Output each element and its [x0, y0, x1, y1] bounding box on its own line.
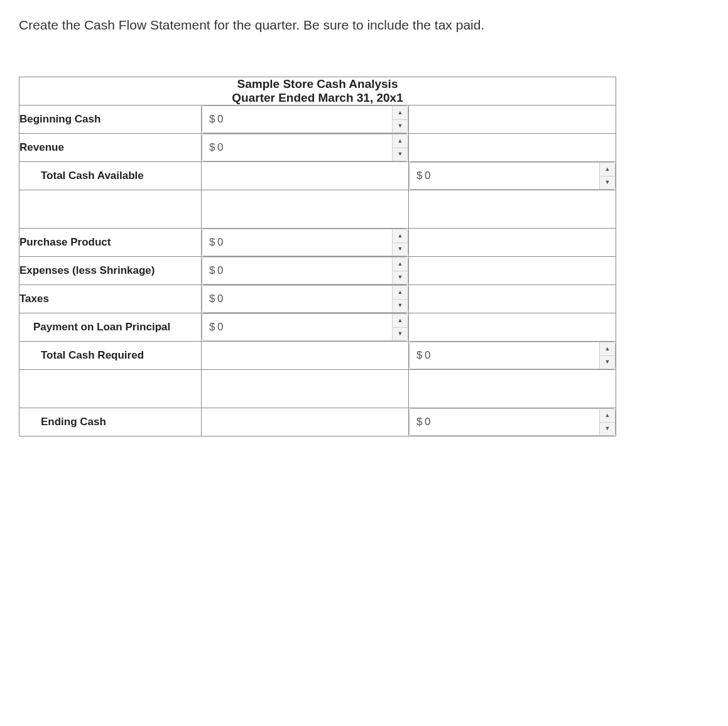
spinner-down-icon[interactable]: ▼ — [600, 356, 615, 369]
spinner-up-icon[interactable]: ▲ — [393, 229, 408, 243]
row-total-cash-available: Total Cash Available $ ▲ ▼ — [19, 162, 616, 190]
row-purchase-product: Purchase Product $ ▲ ▼ — [19, 229, 616, 257]
row-expenses: Expenses (less Shrinkage) $ ▲ ▼ — [19, 257, 616, 285]
input-revenue-wrap: $ ▲ ▼ — [202, 134, 408, 161]
row-ending-cash: Ending Cash $ ▲ ▼ — [19, 408, 616, 436]
input-taxes[interactable] — [202, 285, 408, 313]
input-total-cash-required[interactable] — [409, 342, 616, 369]
label-total-cash-required: Total Cash Required — [19, 342, 202, 370]
row-payment-loan-principal: Payment on Loan Principal $ ▲ ▼ — [19, 313, 616, 342]
spinner-up-icon[interactable]: ▲ — [393, 286, 408, 300]
table-subtitle: Quarter Ended March 31, 20x1 — [19, 91, 616, 106]
spinner-up-icon[interactable]: ▲ — [393, 314, 408, 328]
spinner-total-cash-required: ▲ ▼ — [599, 342, 615, 369]
spinner-revenue: ▲ ▼ — [392, 134, 408, 161]
spinner-up-icon[interactable]: ▲ — [393, 257, 408, 271]
spinner-down-icon[interactable]: ▼ — [393, 300, 408, 313]
input-purchase-product-wrap: $ ▲ ▼ — [202, 229, 408, 256]
spinner-down-icon[interactable]: ▼ — [600, 176, 615, 190]
spinner-payment-loan-principal: ▲ ▼ — [392, 314, 408, 340]
label-expenses: Expenses (less Shrinkage) — [19, 257, 202, 285]
row-total-cash-required: Total Cash Required $ ▲ ▼ — [19, 342, 616, 370]
label-ending-cash: Ending Cash — [19, 408, 202, 436]
spinner-up-icon[interactable]: ▲ — [600, 163, 615, 176]
spinner-taxes: ▲ ▼ — [392, 286, 408, 312]
input-beginning-cash[interactable] — [202, 106, 408, 133]
input-expenses-wrap: $ ▲ ▼ — [202, 257, 408, 284]
spinner-down-icon[interactable]: ▼ — [600, 423, 615, 436]
spinner-ending-cash: ▲ ▼ — [599, 409, 615, 435]
label-beginning-cash: Beginning Cash — [19, 106, 202, 134]
spinner-purchase-product: ▲ ▼ — [392, 229, 408, 256]
instruction-text: Create the Cash Flow Statement for the q… — [19, 18, 709, 33]
spinner-up-icon[interactable]: ▲ — [600, 342, 615, 356]
spinner-down-icon[interactable]: ▼ — [393, 328, 408, 341]
input-total-cash-available-wrap: $ ▲ ▼ — [409, 162, 616, 190]
input-expenses[interactable] — [202, 257, 408, 284]
row-revenue: Revenue $ ▲ ▼ — [19, 134, 616, 162]
input-revenue[interactable] — [202, 134, 408, 161]
row-spacer-2 — [19, 370, 616, 408]
spinner-expenses: ▲ ▼ — [392, 257, 408, 284]
spinner-down-icon[interactable]: ▼ — [393, 243, 408, 256]
row-beginning-cash: Beginning Cash $ ▲ ▼ — [19, 106, 616, 134]
label-revenue: Revenue — [19, 134, 202, 162]
input-ending-cash-wrap: $ ▲ ▼ — [409, 408, 616, 436]
spinner-down-icon[interactable]: ▼ — [393, 271, 408, 284]
table-title: Sample Store Cash Analysis — [19, 77, 616, 92]
label-payment-loan-principal: Payment on Loan Principal — [19, 313, 202, 342]
input-payment-loan-principal-wrap: $ ▲ ▼ — [202, 313, 408, 341]
input-payment-loan-principal[interactable] — [202, 313, 408, 341]
input-ending-cash[interactable] — [409, 408, 616, 436]
spinner-up-icon[interactable]: ▲ — [393, 134, 408, 148]
spinner-down-icon[interactable]: ▼ — [393, 148, 408, 161]
row-taxes: Taxes $ ▲ ▼ — [19, 285, 616, 313]
spinner-beginning-cash: ▲ ▼ — [392, 106, 408, 133]
spinner-up-icon[interactable]: ▲ — [393, 106, 408, 120]
spinner-down-icon[interactable]: ▼ — [393, 120, 408, 133]
label-purchase-product: Purchase Product — [19, 229, 202, 257]
input-total-cash-available[interactable] — [409, 162, 616, 190]
spinner-total-cash-available: ▲ ▼ — [599, 163, 615, 189]
label-taxes: Taxes — [19, 285, 202, 313]
input-purchase-product[interactable] — [202, 229, 408, 256]
input-beginning-cash-wrap: $ ▲ ▼ — [202, 106, 408, 133]
cash-flow-table: Sample Store Cash Analysis Quarter Ended… — [19, 77, 616, 436]
label-total-cash-available: Total Cash Available — [19, 162, 202, 190]
spinner-up-icon[interactable]: ▲ — [600, 409, 615, 423]
row-spacer-1 — [19, 190, 616, 229]
input-total-cash-required-wrap: $ ▲ ▼ — [409, 342, 616, 369]
input-taxes-wrap: $ ▲ ▼ — [202, 285, 408, 313]
